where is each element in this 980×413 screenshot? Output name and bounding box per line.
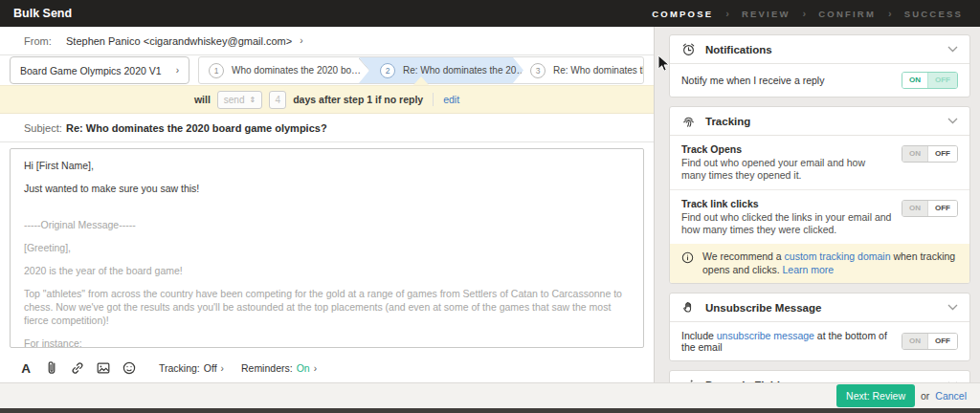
bottom-edge-strip xyxy=(0,408,980,413)
top-bar: Bulk Send COMPOSE › REVIEW › CONFIRM › S… xyxy=(0,0,980,27)
toggle-on[interactable]: ON xyxy=(902,201,927,216)
tracking-toolbar-toggle[interactable]: Tracking: Off › xyxy=(159,362,224,374)
send-option-select[interactable]: send ⇕ xyxy=(217,91,262,109)
unsubscribe-card: Unsubscribe Message Include unsubscribe … xyxy=(669,293,970,361)
from-value: Stephen Panico <cigarandwhiskey@gmail.co… xyxy=(66,35,292,47)
next-review-button[interactable]: Next: Review xyxy=(836,384,915,407)
chevron-right-icon: › xyxy=(314,363,317,374)
chevron-down-icon[interactable] xyxy=(947,118,958,124)
track-clicks-desc: Find out who clicked the links in your e… xyxy=(681,211,892,236)
wizard-separator: › xyxy=(725,8,729,19)
attachment-icon[interactable] xyxy=(39,358,64,379)
track-opens-texts: Track Opens Find out who opened your ema… xyxy=(681,143,902,182)
notifications-title: Notifications xyxy=(705,44,772,55)
notify-reply-toggle[interactable]: ON OFF xyxy=(902,72,958,89)
editor-toolbar: A xyxy=(0,354,653,382)
tracking-title: Tracking xyxy=(705,116,750,127)
compose-panel: From: Stephen Panico <cigarandwhiskey@gm… xyxy=(0,27,655,382)
subject-row[interactable]: Subject: Re: Who dominates the 2020 boar… xyxy=(0,114,654,142)
chevron-right-icon: › xyxy=(176,65,179,76)
chevron-right-icon: › xyxy=(221,363,224,374)
active-step-pointer xyxy=(413,76,429,85)
dynamic-fields-header[interactable]: Dynamic Fields xyxy=(670,371,969,382)
stepper-arrows-icon: ⇕ xyxy=(250,96,256,104)
fingerprint-icon xyxy=(681,114,696,128)
format-text-icon[interactable]: A xyxy=(13,358,38,379)
divider xyxy=(433,93,434,106)
schedule-prefix: will xyxy=(194,94,211,105)
custom-tracking-domain-link[interactable]: custom tracking domain xyxy=(785,250,891,262)
for-instance-line: For instance: xyxy=(24,337,630,348)
wizard-step-review[interactable]: REVIEW xyxy=(742,9,791,19)
track-opens-row: Track Opens Find out who opened your ema… xyxy=(670,136,969,189)
step-label: Re: Who dominates the 20… xyxy=(403,65,525,76)
emoji-icon[interactable] xyxy=(117,358,142,379)
notifications-header[interactable]: Notifications xyxy=(670,35,969,64)
track-clicks-texts: Track link clicks Find out who clicked t… xyxy=(681,198,902,236)
cancel-link[interactable]: Cancel xyxy=(935,390,967,402)
track-opens-title: Track Opens xyxy=(681,143,892,155)
note-pre: We recommend a xyxy=(702,250,785,262)
chevron-down-icon[interactable] xyxy=(947,46,958,53)
settings-sidebar: Notifications Notify me when I receive a… xyxy=(656,27,980,382)
or-label: or xyxy=(921,390,929,402)
toggle-on[interactable]: ON xyxy=(902,334,927,349)
step-number-badge: 2 xyxy=(380,63,395,78)
wizard-separator: › xyxy=(888,8,892,19)
campaign-selector[interactable]: Board Game Olympics 2020 V1 › xyxy=(10,56,189,84)
reminders-toolbar-toggle[interactable]: Reminders: On › xyxy=(241,362,317,374)
toggle-on[interactable]: ON xyxy=(902,73,927,88)
tracking-recommendation-note: We recommend a custom tracking domain wh… xyxy=(670,244,969,283)
toggle-off[interactable]: OFF xyxy=(927,73,957,88)
unsubscribe-toggle[interactable]: ON OFF xyxy=(902,333,958,350)
link-icon[interactable] xyxy=(65,358,90,379)
learn-more-link[interactable]: Learn more xyxy=(782,264,834,275)
quote-greeting: [Greeting], xyxy=(24,241,630,254)
edit-schedule-link[interactable]: edit xyxy=(443,94,459,105)
tracking-label: Tracking: xyxy=(159,362,200,374)
unsubscribe-row: Include unsubscribe message at the botto… xyxy=(670,322,969,360)
bulk-send-app: Bulk Send COMPOSE › REVIEW › CONFIRM › S… xyxy=(0,0,980,413)
campaign-selector-value: Board Game Olympics 2020 V1 xyxy=(20,65,162,76)
track-opens-toggle[interactable]: ON OFF xyxy=(902,145,958,163)
wizard-step-confirm[interactable]: CONFIRM xyxy=(818,9,876,19)
toggle-on[interactable]: ON xyxy=(902,146,927,162)
image-icon[interactable] xyxy=(91,358,116,379)
quote-line: 2020 is the year of the board game! xyxy=(24,264,630,277)
sequence-step-2-active[interactable]: 2 Re: Who dominates the 20… xyxy=(359,57,523,83)
notify-reply-row: Notify me when I receive a reply ON OFF xyxy=(670,64,969,97)
dynamic-fields-card: Dynamic Fields Contact Information xyxy=(669,370,970,382)
schedule-bar: will send ⇕ 4 days after step 1 if no re… xyxy=(0,85,654,114)
page-title: Bulk Send xyxy=(13,7,72,20)
notifications-card: Notifications Notify me when I receive a… xyxy=(669,34,970,98)
unsubscribe-header[interactable]: Unsubscribe Message xyxy=(670,293,969,322)
reminders-label: Reminders: xyxy=(241,362,293,374)
body-intro: Just wanted to make sure you saw this! xyxy=(24,182,630,195)
step-number-badge: 3 xyxy=(530,63,546,78)
step-label: Re: Who dominates the 20… xyxy=(553,65,644,76)
step-number-badge: 1 xyxy=(209,63,224,78)
from-row[interactable]: From: Stephen Panico <cigarandwhiskey@gm… xyxy=(0,27,654,55)
track-clicks-row: Track link clicks Find out who clicked t… xyxy=(670,189,969,244)
unsubscribe-message-link[interactable]: unsubscribe message xyxy=(717,330,814,341)
from-label: From: xyxy=(24,35,66,47)
days-input[interactable]: 4 xyxy=(269,91,286,109)
wizard-step-success[interactable]: SUCCESS xyxy=(904,9,963,19)
note-text: We recommend a custom tracking domain wh… xyxy=(702,250,958,276)
toggle-off[interactable]: OFF xyxy=(927,146,957,162)
wizard-breadcrumb: COMPOSE › REVIEW › CONFIRM › SUCCESS xyxy=(652,8,963,19)
send-option-value: send xyxy=(224,95,245,105)
quote-header: -----Original Message----- xyxy=(24,218,630,231)
wizard-step-compose[interactable]: COMPOSE xyxy=(652,9,713,19)
toggle-off[interactable]: OFF xyxy=(927,334,957,349)
email-body-editor[interactable]: Hi [First Name], Just wanted to make sur… xyxy=(10,148,644,348)
chevron-down-icon[interactable] xyxy=(947,304,958,311)
toggle-off[interactable]: OFF xyxy=(927,201,957,216)
tracking-card: Tracking Track Opens Find out who opened… xyxy=(669,106,970,284)
track-opens-desc: Find out who opened your email and how m… xyxy=(681,157,892,182)
tracking-header[interactable]: Tracking xyxy=(670,107,969,136)
unsubscribe-pre: Include xyxy=(681,330,717,341)
track-clicks-toggle[interactable]: ON OFF xyxy=(902,200,958,217)
sequence-step-3[interactable]: 3 Re: Who dominates the 20… xyxy=(515,57,644,83)
sequence-step-1[interactable]: 1 Who dominates the 2020 bo… xyxy=(199,57,358,83)
